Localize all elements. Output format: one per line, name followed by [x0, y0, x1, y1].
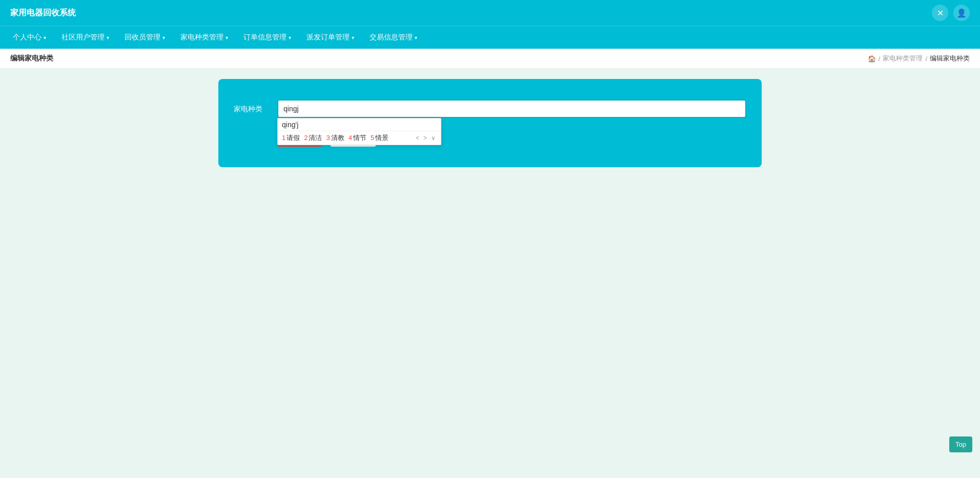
chevron-down-icon: ▾	[162, 35, 165, 41]
nav-item-order-mgmt[interactable]: 订单信息管理 ▾	[236, 26, 299, 49]
form-row-category: 家电种类 qing'j 1请假 2清洁	[234, 99, 746, 118]
user-button[interactable]: 👤	[953, 5, 970, 21]
category-input[interactable]	[277, 99, 746, 118]
chevron-down-icon: ▾	[44, 35, 46, 41]
breadcrumb-item-category[interactable]: 家电种类管理	[883, 54, 923, 63]
breadcrumb: 🏠 / 家电种类管理 / 编辑家电种类	[868, 54, 970, 63]
ime-candidate-3[interactable]: 3清教	[326, 133, 344, 143]
ime-candidates-row: 1请假 2清洁 3清教 4情节 5情景	[278, 131, 441, 145]
ime-dropdown: qing'j 1请假 2清洁 3清教 4情节	[277, 118, 441, 145]
ime-nav-buttons: < > ∨	[415, 134, 437, 142]
nav-item-dispatch-order[interactable]: 派发订单管理 ▾	[299, 26, 362, 49]
form-label-category: 家电种类	[234, 99, 270, 118]
close-button[interactable]: ✕	[932, 5, 948, 21]
ime-candidate-1[interactable]: 1请假	[282, 133, 300, 143]
ime-expand-button[interactable]: ∨	[430, 134, 437, 142]
home-icon[interactable]: 🏠	[868, 55, 876, 63]
app-title: 家用电器回收系统	[10, 8, 76, 18]
chevron-down-icon: ▾	[289, 35, 291, 41]
nav-item-transaction-mgmt[interactable]: 交易信息管理 ▾	[362, 26, 425, 49]
chevron-down-icon: ▾	[352, 35, 354, 41]
page-title: 编辑家电种类	[10, 54, 53, 63]
chevron-down-icon: ▾	[226, 35, 228, 41]
edit-card: 家电种类 qing'j 1请假 2清洁	[218, 79, 762, 167]
main-nav: 个人中心 ▾ 社区用户管理 ▾ 回收员管理 ▾ 家电种类管理 ▾ 订单信息管理 …	[0, 26, 980, 49]
header-icons: ✕ 👤	[932, 5, 970, 21]
breadcrumb-bar: 编辑家电种类 🏠 / 家电种类管理 / 编辑家电种类	[0, 49, 980, 69]
header: 家用电器回收系统 ✕ 👤	[0, 0, 980, 26]
ime-input-display: qing'j	[278, 118, 441, 131]
nav-item-community-user[interactable]: 社区用户管理 ▾	[54, 26, 117, 49]
ime-prev-button[interactable]: <	[415, 134, 420, 142]
ime-candidate-5[interactable]: 5情景	[371, 133, 389, 143]
nav-item-appliance-category[interactable]: 家电种类管理 ▾	[173, 26, 236, 49]
chevron-down-icon: ▾	[415, 35, 417, 41]
form-input-wrapper: qing'j 1请假 2清洁 3清教 4情节	[277, 99, 746, 118]
ime-next-button[interactable]: >	[422, 134, 428, 142]
main-content: 家电种类 qing'j 1请假 2清洁	[0, 69, 980, 177]
ime-candidate-4[interactable]: 4情节	[349, 133, 366, 143]
ime-candidate-2[interactable]: 2清洁	[304, 133, 322, 143]
nav-item-personal-center[interactable]: 个人中心 ▾	[5, 26, 54, 49]
chevron-down-icon: ▾	[107, 35, 109, 41]
breadcrumb-item-edit: 编辑家电种类	[930, 54, 970, 63]
nav-item-recycler-mgmt[interactable]: 回收员管理 ▾	[117, 26, 173, 49]
